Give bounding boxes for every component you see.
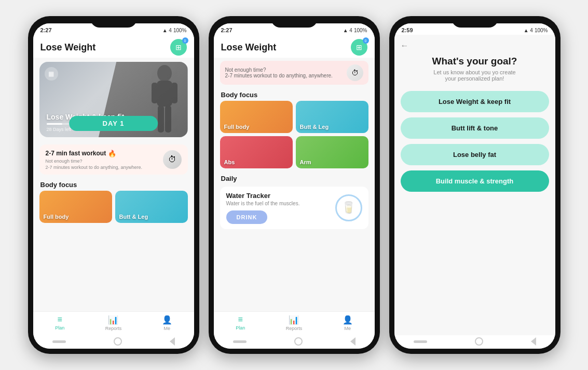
goal-option-4[interactable]: Build muscle & strength (401, 170, 549, 192)
goal-option-3[interactable]: Lose belly fat (401, 144, 549, 165)
status-icons-1: ▲ 4 100% (162, 28, 187, 33)
status-icons-2: ▲ 4 100% (343, 28, 367, 33)
drink-button-2[interactable]: DRINK (226, 210, 268, 224)
me-nav-label-1: Me (164, 326, 171, 331)
phone-2: 2:27 ▲ 4 100% Lose Weight ⊞ 0 Not enough… (209, 16, 380, 354)
nav-me-2[interactable]: 👤 Me (321, 315, 374, 331)
day-button-1[interactable]: DAY 1 (69, 116, 158, 131)
water-tracker-sub-2: Water is the fuel of the muscles. (226, 201, 300, 206)
nav-reports-2[interactable]: 📊 Reports (267, 315, 321, 331)
flame-icon-1: 🔥 (108, 150, 116, 157)
notif-text-2: Not enough time? 2-7 minutes workout to … (225, 67, 333, 78)
nav-plan-2[interactable]: ≡ Plan (214, 315, 267, 331)
plan-icon-1: ▦ (45, 67, 58, 81)
sys-bar-2 (214, 335, 375, 349)
clock-icon-1: ⏱ (163, 150, 182, 169)
goal-sub-3: Let us know about you yo createyour pers… (433, 69, 515, 82)
body-card-abs-2[interactable]: Abs (220, 136, 293, 168)
app-title-1: Lose Weight (40, 42, 96, 53)
me-nav-icon-1: 👤 (162, 315, 172, 325)
sys-lines-2 (233, 340, 247, 343)
screen-content-2: Not enough time? 2-7 minutes workout to … (214, 58, 375, 311)
settings-icon-2: ⊞ (356, 43, 362, 51)
sys-bar-1 (33, 335, 194, 349)
nav-reports-1[interactable]: 📊 Reports (87, 315, 140, 331)
workout-card-left-1: 2-7 min fast workout 🔥 Not enough time? … (46, 150, 143, 170)
battery-icon-3: 100% (535, 28, 548, 33)
app-header-1: Lose Weight ⊞ 0 (33, 35, 194, 58)
body-focus-title-1: Body focus (33, 178, 194, 191)
body-card-buttleg-2[interactable]: Butt & Leg (296, 101, 368, 133)
signal-icon-1: ▲ 4 (162, 28, 172, 33)
sys-circle-1 (114, 337, 122, 346)
goal-heading-3: What's your goal? (432, 56, 517, 67)
svg-rect-2 (152, 83, 158, 103)
screen-3: 2:59 ▲ 4 100% ← What's your goal? Let us… (394, 23, 555, 349)
status-icons-3: ▲ 4 100% (524, 28, 548, 33)
body-grid-1: Full body Butt & Leg (39, 191, 188, 223)
time-3: 2:59 (402, 27, 413, 33)
buttleg-label-2: Butt & Leg (300, 124, 329, 130)
body-card-fullbody-2[interactable]: Full body (220, 101, 293, 133)
notch-1 (90, 16, 137, 28)
fullbody-label-2: Full body (224, 124, 250, 130)
reports-nav-label-2: Reports (286, 326, 303, 331)
battery-icon-2: 100% (354, 28, 367, 33)
daily-left-2: Water Tracker Water is the fuel of the m… (226, 192, 300, 224)
signal-icon-3: ▲ 4 (524, 28, 533, 33)
body-card-arm-2[interactable]: Arm (296, 136, 368, 168)
arm-label-2: Arm (300, 159, 311, 165)
badge-1: 0 (182, 37, 188, 44)
me-nav-label-2: Me (345, 326, 351, 331)
reports-nav-icon-2: 📊 (289, 315, 299, 325)
sys-lines-1 (52, 340, 66, 343)
sys-triangle-3 (531, 337, 536, 346)
hero-progress-fill-1 (47, 123, 63, 125)
sys-lines-3 (414, 340, 427, 343)
body-card-buttleg-1[interactable]: Butt & Leg (115, 191, 188, 223)
goal-option-1[interactable]: Lose Weight & keep fit (401, 91, 549, 112)
workout-card-1[interactable]: 2-7 min fast workout 🔥 Not enough time? … (39, 144, 188, 175)
body-grid-2: Full body Butt & Leg Abs Arm (220, 101, 368, 168)
notif-line1-2: Not enough time? (225, 67, 333, 73)
nav-me-1[interactable]: 👤 Me (140, 315, 194, 331)
body-card-fullbody-1[interactable]: Full body (39, 191, 112, 223)
notch-2 (271, 16, 318, 28)
body-focus-title-2: Body focus (214, 88, 375, 101)
notch-3 (452, 16, 498, 28)
screen-1: 2:27 ▲ 4 100% Lose Weight ⊞ 0 (33, 23, 194, 349)
app-title-2: Lose Weight (221, 42, 277, 53)
goal-screen-3: ← What's your goal? Let us know about yo… (394, 35, 555, 335)
phone-1: 2:27 ▲ 4 100% Lose Weight ⊞ 0 (28, 16, 199, 354)
sys-circle-2 (294, 337, 303, 346)
svg-point-0 (157, 65, 172, 82)
header-icon-1[interactable]: ⊞ 0 (170, 39, 187, 56)
goal-option-2[interactable]: Butt lift & tone (401, 117, 549, 139)
water-tracker-title-2: Water Tracker (226, 192, 300, 200)
screen-2: 2:27 ▲ 4 100% Lose Weight ⊞ 0 Not enough… (214, 23, 375, 349)
signal-icon-2: ▲ 4 (343, 28, 352, 33)
back-button-3[interactable]: ← (401, 41, 409, 50)
svg-rect-1 (157, 81, 172, 107)
sys-bar-3 (394, 335, 555, 349)
plan-nav-label-2: Plan (236, 325, 245, 331)
nav-plan-1[interactable]: ≡ Plan (33, 315, 87, 331)
sys-circle-3 (475, 337, 483, 346)
plan-nav-label-1: Plan (55, 325, 64, 331)
battery-icon-1: 100% (173, 28, 187, 33)
me-nav-icon-2: 👤 (343, 315, 353, 325)
screen-content-1: ▦ Lose Weight & keep fit 28 Days left DA… (33, 58, 194, 311)
daily-title-2: Daily (214, 171, 375, 184)
abs-label-2: Abs (224, 159, 235, 165)
hero-banner-1: ▦ Lose Weight & keep fit 28 Days left DA… (39, 62, 188, 137)
reports-nav-label-1: Reports (105, 326, 122, 331)
notif-line2-2: 2-7 minutes workout to do anything, anyw… (225, 73, 333, 78)
reports-nav-icon-1: 📊 (108, 315, 118, 325)
badge-2: 0 (363, 37, 369, 44)
svg-rect-3 (171, 83, 177, 103)
settings-icon-1: ⊞ (175, 43, 182, 51)
app-header-2: Lose Weight ⊞ 0 (214, 35, 375, 58)
notif-clock-2: ⏱ (347, 64, 363, 81)
workout-sub1-1: Not enough time? (46, 158, 143, 164)
header-icon-2[interactable]: ⊞ 0 (351, 39, 367, 56)
